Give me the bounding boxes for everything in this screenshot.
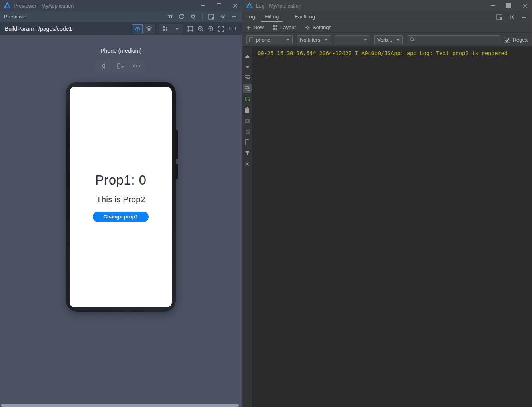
components-dropdown-button[interactable] bbox=[171, 24, 183, 34]
save-log-icon[interactable] bbox=[243, 127, 252, 136]
search-icon[interactable] bbox=[410, 37, 415, 42]
previewer-titlebar: Previewer - MyApplication bbox=[0, 0, 242, 11]
plus-icon bbox=[246, 25, 251, 30]
maximize-button[interactable] bbox=[506, 3, 512, 8]
regex-option: Regex bbox=[504, 37, 528, 43]
prop1-text: Prop1: 0 bbox=[95, 173, 147, 188]
device-label: Phone (medium) bbox=[0, 48, 242, 54]
log-tab-bar: Log: HiLog FaultLog bbox=[242, 11, 532, 22]
back-button[interactable] bbox=[95, 59, 112, 72]
soft-wrap-icon[interactable] bbox=[243, 73, 252, 82]
settings-gear-icon[interactable] bbox=[220, 14, 226, 20]
settings-button[interactable]: Settings bbox=[305, 24, 331, 30]
preview-control-group bbox=[95, 59, 145, 72]
preview-canvas: Phone (medium) bbox=[0, 35, 242, 407]
previewer-toolbar: BuildParam : /pages/code1 bbox=[0, 22, 242, 35]
gear-icon bbox=[305, 25, 310, 30]
log-line: 09-25 16:30:36.644 2064-12420 I A0c0d0/J… bbox=[257, 50, 532, 56]
regex-checkbox[interactable] bbox=[504, 37, 510, 43]
inspector-plug-icon[interactable] bbox=[190, 14, 197, 20]
components-grid-button[interactable] bbox=[159, 24, 171, 34]
rotate-device-button[interactable] bbox=[112, 59, 128, 72]
log-titlebar: Log - MyApplication bbox=[242, 0, 532, 11]
hide-panel-icon[interactable] bbox=[521, 14, 527, 20]
layers-button[interactable] bbox=[143, 24, 155, 34]
device-select[interactable]: phone bbox=[246, 35, 293, 44]
grid-icon bbox=[273, 25, 278, 30]
log-output[interactable]: 09-25 16:30:36.644 2064-12420 I A0c0d0/J… bbox=[253, 47, 532, 407]
phone-screen: Prop1: 0 This is Prop2 Change prop1 bbox=[70, 87, 172, 307]
tab-faultlog[interactable]: FaultLog bbox=[292, 14, 317, 22]
restart-icon[interactable] bbox=[243, 95, 252, 103]
search-input bbox=[417, 37, 498, 43]
more-options-button[interactable] bbox=[128, 59, 145, 72]
deveco-logo-icon bbox=[246, 2, 253, 9]
layout-panel-icon[interactable] bbox=[496, 14, 502, 20]
phone-mockup: Prop1: 0 This is Prop2 Change prop1 bbox=[66, 82, 176, 312]
components-group bbox=[159, 24, 183, 34]
zoom-in-icon[interactable] bbox=[208, 26, 214, 32]
scroll-to-end-icon[interactable] bbox=[243, 84, 252, 93]
minimize-button[interactable] bbox=[200, 3, 206, 8]
screenshot-camera-icon[interactable] bbox=[243, 116, 252, 125]
zoom-out-icon[interactable] bbox=[197, 26, 204, 32]
filters-select[interactable]: No filters bbox=[297, 35, 331, 44]
log-filter-bar: phone No filters Verb... bbox=[242, 33, 532, 46]
close-panel-icon[interactable] bbox=[243, 159, 252, 168]
scroll-up-icon[interactable] bbox=[243, 52, 252, 60]
refresh-icon[interactable] bbox=[178, 14, 185, 20]
scroll-down-icon[interactable] bbox=[243, 62, 252, 71]
desktop: Previewer - MyApplication Previewer Tt bbox=[0, 0, 532, 407]
layout-button[interactable]: Layout bbox=[273, 24, 296, 30]
font-size-icon[interactable]: Tt bbox=[168, 14, 173, 20]
search-box bbox=[407, 35, 500, 44]
filter-funnel-icon[interactable] bbox=[243, 149, 252, 157]
layout-panel-icon[interactable] bbox=[208, 14, 214, 20]
log-window: Log - MyApplication Log: HiLog FaultLog bbox=[242, 0, 532, 407]
close-button[interactable] bbox=[522, 3, 528, 8]
maximize-button[interactable] bbox=[216, 3, 222, 8]
fit-to-screen-icon[interactable] bbox=[218, 26, 224, 32]
previewer-window: Previewer - MyApplication Previewer Tt bbox=[0, 0, 242, 407]
divider bbox=[202, 14, 203, 20]
phone-power-button bbox=[175, 164, 178, 179]
deveco-logo-icon bbox=[4, 2, 10, 9]
clear-log-trash-icon[interactable] bbox=[243, 105, 252, 114]
previewer-panel-header: Previewer Tt bbox=[0, 11, 242, 22]
bounding-frame-icon[interactable] bbox=[187, 26, 193, 32]
phone-volume-button bbox=[175, 130, 178, 159]
process-select[interactable] bbox=[335, 35, 370, 44]
log-gutter bbox=[242, 47, 253, 407]
horizontal-scrollbar[interactable] bbox=[1, 404, 239, 407]
new-button[interactable]: New bbox=[246, 24, 264, 30]
window-title: Log - MyApplication bbox=[256, 3, 301, 9]
build-param-label: BuildParam : /pages/code1 bbox=[5, 26, 72, 32]
settings-gear-icon[interactable] bbox=[509, 14, 515, 20]
device-phone-icon[interactable] bbox=[243, 138, 252, 147]
panel-title: Previewer bbox=[4, 14, 27, 20]
prop2-text: This is Prop2 bbox=[96, 195, 145, 204]
zoom-ratio-button[interactable]: 1:1 bbox=[228, 26, 237, 32]
tab-hilog[interactable]: HiLog bbox=[263, 14, 281, 22]
view-mode-group bbox=[131, 24, 155, 34]
log-action-bar: New Layout Settings bbox=[242, 22, 532, 33]
minimize-button[interactable] bbox=[490, 3, 496, 8]
regex-label: Regex bbox=[512, 37, 528, 43]
phone-icon bbox=[249, 37, 253, 42]
hide-panel-icon[interactable] bbox=[231, 14, 237, 20]
change-prop1-button[interactable]: Change prop1 bbox=[93, 212, 149, 222]
log-label: Log: bbox=[246, 14, 256, 22]
window-title: Previewer - MyApplication bbox=[14, 3, 74, 9]
log-main: 09-25 16:30:36.644 2064-12420 I A0c0d0/J… bbox=[242, 46, 532, 407]
log-level-select[interactable]: Verb... bbox=[374, 35, 403, 44]
preview-eye-button[interactable] bbox=[132, 24, 143, 34]
close-button[interactable] bbox=[232, 3, 238, 8]
